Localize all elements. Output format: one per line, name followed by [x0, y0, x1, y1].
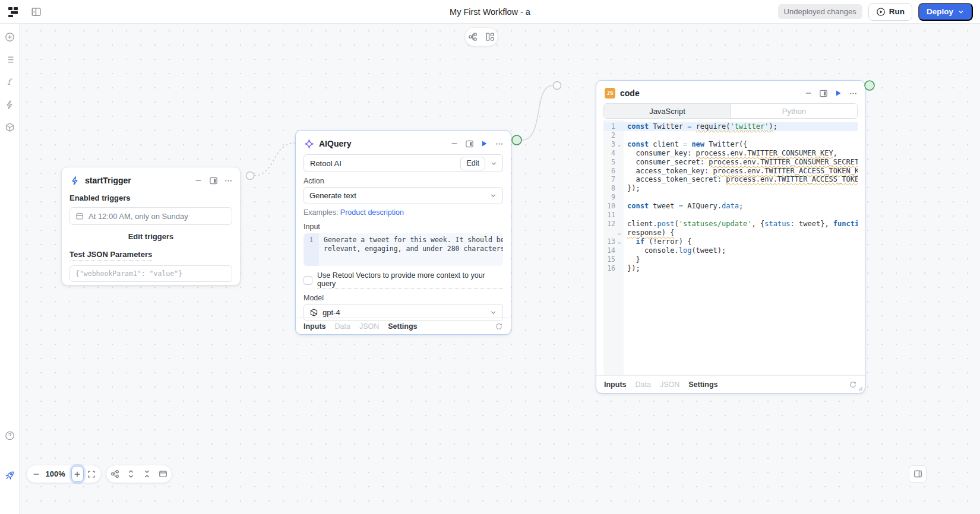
fit-view-icon[interactable]	[86, 467, 98, 482]
chevron-down-icon	[489, 192, 497, 199]
tab-javascript[interactable]: JavaScript	[604, 104, 731, 118]
right-panel-toggle-button[interactable]	[909, 465, 927, 483]
open-panel-icon[interactable]	[818, 88, 828, 98]
tab-python[interactable]: Python	[731, 104, 857, 118]
retool-logo-icon[interactable]	[6, 5, 20, 19]
refresh-icon[interactable]	[495, 322, 503, 331]
more-options-icon[interactable]	[223, 176, 233, 185]
tab-inputs[interactable]: Inputs	[304, 322, 326, 331]
examples-link[interactable]: Product description	[340, 208, 404, 217]
open-panel-icon[interactable]	[208, 176, 218, 185]
triggers-lightning-icon[interactable]	[5, 100, 15, 110]
rocket-icon[interactable]	[5, 470, 15, 480]
run-block-icon[interactable]	[479, 139, 489, 148]
auto-layout-icon[interactable]	[465, 29, 480, 45]
input-label: Input	[304, 223, 503, 231]
auto-layout-icon[interactable]	[107, 467, 122, 482]
ai-sparkle-icon	[304, 139, 314, 149]
openai-icon	[309, 308, 318, 317]
resize-handle[interactable]	[858, 386, 863, 391]
open-panel-icon[interactable]	[464, 139, 474, 148]
lightning-icon	[70, 176, 80, 186]
chevron-down-icon	[957, 8, 965, 15]
node-title: code	[620, 88, 640, 98]
node-code[interactable]: JS code JavaScript Python 1const Twitter…	[596, 80, 865, 394]
enabled-triggers-label: Enabled triggers	[69, 193, 232, 202]
panels-layout-icon[interactable]	[483, 29, 498, 45]
schedule-trigger-row[interactable]: At 12:00 AM, only on Sunday	[69, 207, 232, 225]
action-select[interactable]: Generate text	[304, 187, 503, 204]
schedule-value: At 12:00 AM, only on Sunday	[88, 212, 188, 221]
examples-label: Examples:	[304, 208, 338, 217]
aiquery-footer: Inputs Data JSON Settings	[296, 318, 511, 334]
model-label: Model	[304, 294, 503, 302]
code-editor[interactable]: 1const Twitter = require('twitter');23⌄c…	[603, 120, 858, 375]
left-sidebar: f	[0, 24, 20, 514]
edit-resource-button[interactable]: Edit	[460, 157, 485, 170]
refresh-icon[interactable]	[849, 380, 857, 389]
layout-toolbar	[106, 465, 172, 483]
chevron-down-icon[interactable]	[490, 160, 498, 167]
tab-json[interactable]: JSON	[359, 322, 379, 331]
resource-name: Retool AI	[310, 159, 342, 168]
node-title: startTrigger	[85, 176, 131, 185]
minimize-icon[interactable]	[804, 88, 813, 98]
chevron-down-icon	[489, 309, 497, 316]
javascript-badge-icon: JS	[605, 88, 615, 99]
zoom-in-button[interactable]	[71, 466, 84, 482]
code-lines: 1const Twitter = require('twitter');23⌄c…	[603, 122, 858, 272]
top-bar: My First Workflow - a Undeployed changes…	[0, 0, 980, 24]
node-starttrigger[interactable]: startTrigger Enabled triggers At 12:00 A…	[61, 167, 241, 285]
action-label: Action	[304, 177, 503, 185]
test-json-label: Test JSON Parameters	[69, 250, 152, 261]
zoom-out-icon[interactable]	[30, 467, 42, 482]
prompt-line: relevant, engaging, and under 280 charac…	[319, 245, 503, 253]
tab-data[interactable]: Data	[335, 322, 350, 331]
tab-data[interactable]: Data	[636, 380, 651, 389]
test-json-input[interactable]: {"webhookParam1": "value"}	[69, 265, 232, 282]
list-panel-icon[interactable]	[5, 55, 15, 65]
collapse-blocks-icon[interactable]	[140, 467, 155, 482]
canvas-top-toolbar	[464, 27, 498, 46]
more-options-icon[interactable]	[494, 139, 504, 148]
left-panel-toggle-icon[interactable]	[29, 4, 44, 20]
svg-text:f: f	[7, 77, 12, 87]
line-number: 1	[304, 236, 319, 245]
expand-blocks-icon[interactable]	[123, 467, 138, 482]
calendar-icon	[75, 212, 84, 220]
node-aiquery[interactable]: AIQuery Retool AI Edit Action Generate t…	[295, 130, 511, 335]
node-title: AIQuery	[319, 139, 351, 148]
minimize-icon[interactable]	[194, 176, 203, 185]
add-block-icon[interactable]	[5, 32, 15, 42]
help-icon[interactable]	[5, 430, 15, 440]
tab-settings[interactable]: Settings	[388, 322, 417, 331]
prompt-editor[interactable]: 1 Generate a tweet for this week. It sho…	[304, 233, 503, 266]
minimize-icon[interactable]	[450, 139, 459, 148]
play-circle-icon	[876, 7, 886, 17]
language-tabs: JavaScript Python	[603, 103, 858, 119]
tab-inputs[interactable]: Inputs	[604, 380, 627, 389]
function-icon[interactable]: f	[5, 77, 15, 87]
more-options-icon[interactable]	[848, 88, 858, 98]
code-footer: Inputs Data JSON Settings	[596, 375, 865, 393]
vectors-checkbox-label: Use Retool Vectors to provide more conte…	[317, 271, 503, 289]
prompt-line: Generate a tweet for this week. It shoul…	[319, 236, 503, 245]
undeployed-changes-badge: Undeployed changes	[778, 4, 862, 19]
edit-triggers-link[interactable]: Edit triggers	[69, 232, 232, 241]
tab-json[interactable]: JSON	[660, 380, 679, 389]
vectors-checkbox[interactable]	[304, 276, 312, 285]
resource-selector[interactable]: Retool AI Edit	[304, 154, 503, 172]
tab-settings[interactable]: Settings	[688, 380, 717, 389]
resources-cube-icon[interactable]	[5, 122, 15, 132]
run-block-icon[interactable]	[833, 88, 843, 98]
minimap-frame-icon[interactable]	[156, 467, 171, 482]
zoom-level[interactable]: 100%	[42, 469, 69, 478]
run-button[interactable]: Run	[868, 3, 912, 21]
zoom-toolbar: 100%	[26, 465, 102, 483]
deploy-button[interactable]: Deploy	[918, 3, 973, 21]
